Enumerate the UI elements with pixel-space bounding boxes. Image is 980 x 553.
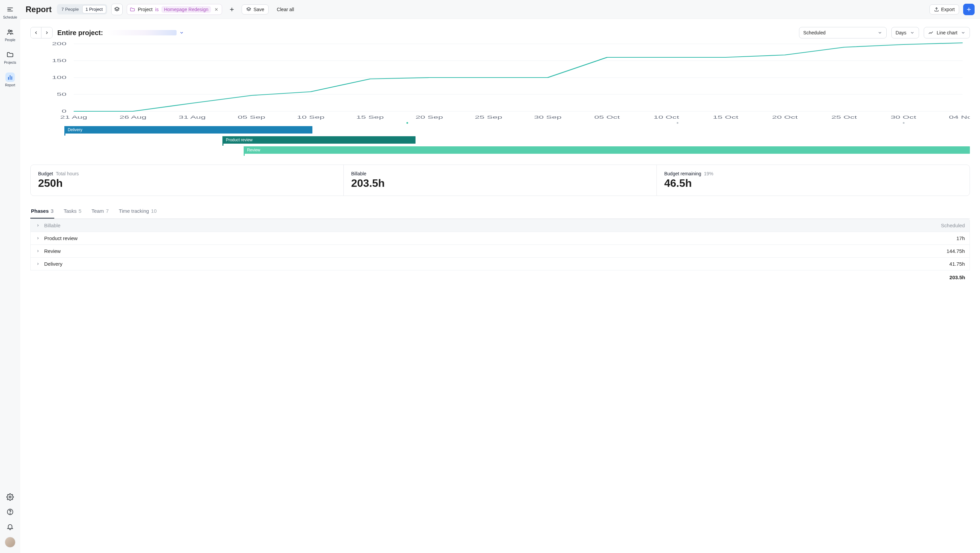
layers-button[interactable] [111, 4, 123, 15]
filter-value: Homepage Redesign [161, 6, 211, 13]
stat-sub-text: 19% [704, 171, 713, 176]
tab-phases[interactable]: Phases 3 [30, 205, 54, 218]
prev-button[interactable] [31, 27, 41, 38]
chevron-down-icon [961, 30, 966, 35]
expand-toggle[interactable] [35, 223, 40, 227]
col-billable: Billable [44, 223, 60, 228]
schedule-icon [5, 5, 15, 14]
sidebar-item-schedule[interactable]: Schedule [0, 3, 20, 21]
stat-budget: Budget Total hours 250h [31, 165, 344, 196]
metric-select[interactable]: Scheduled [799, 27, 887, 38]
sidebar-item-projects[interactable]: Projects [0, 48, 20, 67]
row-value: 41.75h [949, 261, 965, 267]
phase-bar-delivery[interactable]: Delivery [64, 126, 313, 134]
range-picker[interactable]: Entire project: [57, 29, 184, 37]
tab-count: 5 [78, 208, 81, 214]
chart-type-select[interactable]: Line chart [924, 27, 970, 38]
svg-text:150: 150 [52, 58, 67, 63]
svg-text:100: 100 [52, 75, 67, 80]
clear-label: Clear all [277, 7, 294, 12]
svg-point-10 [10, 513, 10, 513]
tab-time-tracking[interactable]: Time tracking 10 [118, 205, 158, 218]
next-button[interactable] [41, 27, 52, 38]
controls-row: Entire project: Scheduled Days Line char… [30, 27, 970, 38]
people-pill[interactable]: 7 People [58, 5, 82, 13]
layers-icon [114, 6, 120, 13]
save-label: Save [253, 7, 264, 12]
chevron-left-icon [34, 30, 38, 35]
folder-icon [5, 50, 15, 59]
add-button[interactable] [963, 4, 975, 15]
expand-toggle[interactable] [35, 236, 40, 240]
table-row[interactable]: Review144.75h [30, 245, 970, 258]
table-row[interactable]: Product review17h [30, 232, 970, 245]
people-project-toggle[interactable]: 7 People 1 Project [57, 4, 107, 14]
phase-bar-label: Review [247, 148, 260, 152]
svg-text:30 Oct: 30 Oct [891, 115, 916, 120]
table-header: Billable Scheduled [30, 219, 970, 232]
sidebar-item-label: Projects [4, 61, 16, 64]
project-pill[interactable]: 1 Project [82, 5, 106, 13]
tab-team[interactable]: Team 7 [91, 205, 110, 218]
stat-label-text: Budget remaining [664, 171, 701, 176]
phase-bar-product-review[interactable]: Product review [223, 136, 415, 143]
detail-tabs: Phases 3 Tasks 5 Team 7 Time tracking 10 [30, 205, 970, 219]
content-scroll[interactable]: Entire project: Scheduled Days Line char… [20, 19, 980, 553]
granularity-value: Days [896, 30, 907, 35]
line-chart: 05010015020021 Aug26 Aug31 Aug05 Sep10 S… [30, 40, 970, 121]
row-name: Delivery [44, 261, 62, 267]
chevron-right-icon [36, 236, 40, 240]
svg-text:21 Aug: 21 Aug [60, 115, 87, 120]
clear-all-button[interactable]: Clear all [273, 5, 298, 14]
svg-text:200: 200 [52, 41, 67, 46]
range-gradient [106, 30, 177, 35]
settings-button[interactable] [5, 492, 15, 502]
svg-text:25 Oct: 25 Oct [831, 115, 857, 120]
save-button[interactable]: Save [242, 5, 269, 14]
folder-icon [130, 7, 135, 12]
milestone-dot [903, 122, 905, 124]
help-button[interactable] [5, 507, 15, 516]
expand-toggle[interactable] [35, 249, 40, 253]
tab-count: 10 [151, 208, 157, 214]
add-filter-button[interactable] [226, 4, 238, 15]
svg-text:15 Sep: 15 Sep [356, 115, 384, 120]
expand-toggle[interactable] [35, 262, 40, 266]
table-footer: 203.5h [30, 271, 970, 284]
notifications-button[interactable] [5, 522, 15, 531]
tab-label: Phases [31, 208, 49, 214]
svg-point-8 [9, 496, 11, 498]
svg-text:15 Oct: 15 Oct [713, 115, 738, 120]
metric-value: Scheduled [803, 30, 826, 35]
phase-bars: Delivery Product review Review [51, 126, 970, 156]
range-label: Entire project: [57, 29, 103, 37]
main-column: Report 7 People 1 Project Project is Hom… [20, 0, 980, 553]
sidebar-item-label: People [5, 38, 15, 42]
tab-tasks[interactable]: Tasks 5 [63, 205, 82, 218]
granularity-select[interactable]: Days [891, 27, 919, 38]
svg-text:26 Aug: 26 Aug [119, 115, 146, 120]
header-bar: Report 7 People 1 Project Project is Hom… [20, 0, 980, 19]
filter-chip-project[interactable]: Project is Homepage Redesign [127, 4, 222, 15]
col-scheduled: Scheduled [941, 223, 965, 228]
phase-bar-review[interactable]: Review [243, 147, 970, 154]
sidebar-item-report[interactable]: Report [0, 70, 20, 89]
svg-text:10 Sep: 10 Sep [297, 115, 325, 120]
stat-label-text: Billable [351, 171, 366, 176]
milestone-dots [51, 121, 970, 125]
people-icon [5, 27, 15, 37]
tab-label: Time tracking [119, 208, 149, 214]
row-name: Product review [44, 235, 78, 241]
sidebar-item-people[interactable]: People [0, 25, 20, 44]
phase-bar-label: Product review [226, 137, 252, 142]
chevron-right-icon [36, 249, 40, 253]
table-total: 203.5h [949, 274, 965, 280]
svg-text:30 Sep: 30 Sep [534, 115, 562, 120]
filter-remove[interactable] [214, 7, 219, 11]
table-row[interactable]: Delivery41.75h [30, 258, 970, 271]
avatar[interactable] [5, 537, 16, 548]
export-button[interactable]: Export [929, 5, 959, 14]
chart-type-value: Line chart [937, 30, 958, 35]
chevron-right-icon [45, 30, 49, 35]
stat-label-text: Budget [38, 171, 53, 176]
